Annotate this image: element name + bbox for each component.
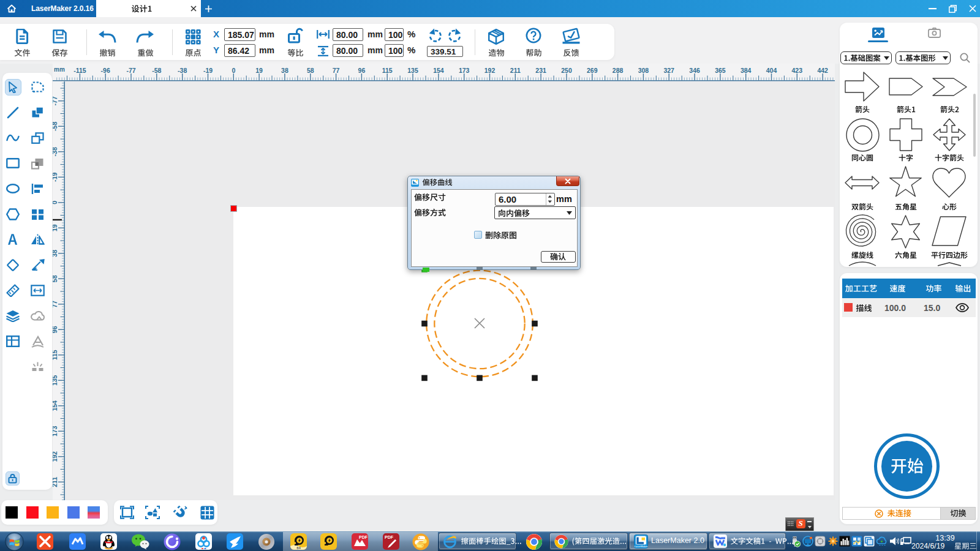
svg-text:19: 19: [255, 67, 263, 74]
svg-text:154: 154: [433, 67, 444, 74]
svg-text:173: 173: [53, 425, 58, 437]
svg-text:77: 77: [333, 67, 340, 74]
svg-text:423: 423: [792, 67, 803, 74]
svg-text:38: 38: [53, 250, 58, 257]
svg-text:211: 211: [53, 477, 58, 487]
svg-text:115: 115: [382, 67, 393, 74]
svg-text:442: 442: [817, 67, 828, 74]
svg-text:PDF: PDF: [359, 535, 368, 539]
svg-text:PDF: PDF: [385, 535, 394, 539]
svg-text:288: 288: [612, 67, 624, 74]
svg-text:-38: -38: [53, 147, 58, 156]
svg-text:-115: -115: [74, 67, 86, 74]
svg-text:135: 135: [407, 67, 418, 74]
svg-text:64: 64: [296, 546, 301, 550]
svg-text:-38: -38: [178, 67, 187, 74]
svg-text:-58: -58: [53, 122, 58, 131]
svg-text:115: 115: [53, 350, 58, 360]
svg-text:0: 0: [232, 67, 235, 74]
svg-text:96: 96: [53, 326, 58, 333]
svg-text:269: 269: [587, 67, 598, 74]
svg-text:250: 250: [561, 67, 572, 74]
svg-text:-19: -19: [53, 173, 58, 182]
svg-text:-77: -77: [126, 67, 135, 74]
svg-text:19: 19: [53, 224, 58, 231]
svg-text:327: 327: [663, 67, 674, 74]
svg-text:96: 96: [358, 67, 366, 74]
svg-text:-77: -77: [53, 96, 58, 105]
svg-text:LaserMaker: LaserMaker: [634, 545, 648, 548]
svg-text:346: 346: [689, 67, 700, 74]
svg-text:173: 173: [459, 67, 470, 74]
svg-text:135: 135: [53, 375, 58, 386]
svg-text:38: 38: [281, 67, 288, 74]
svg-text:231: 231: [535, 67, 546, 74]
svg-text:365: 365: [715, 67, 726, 74]
svg-text:-96: -96: [101, 67, 110, 74]
svg-text:192: 192: [53, 451, 58, 462]
svg-text:58: 58: [53, 275, 58, 282]
svg-text:58: 58: [307, 67, 314, 74]
svg-text:0: 0: [53, 201, 58, 204]
svg-text:211: 211: [510, 67, 521, 74]
svg-text:77: 77: [53, 301, 58, 308]
svg-text:384: 384: [741, 67, 752, 74]
svg-text:404: 404: [766, 67, 777, 74]
svg-text:-19: -19: [203, 67, 213, 74]
svg-text:154: 154: [53, 400, 58, 411]
svg-text:-58: -58: [152, 67, 161, 74]
svg-text:192: 192: [484, 67, 496, 74]
svg-text:308: 308: [638, 67, 649, 74]
